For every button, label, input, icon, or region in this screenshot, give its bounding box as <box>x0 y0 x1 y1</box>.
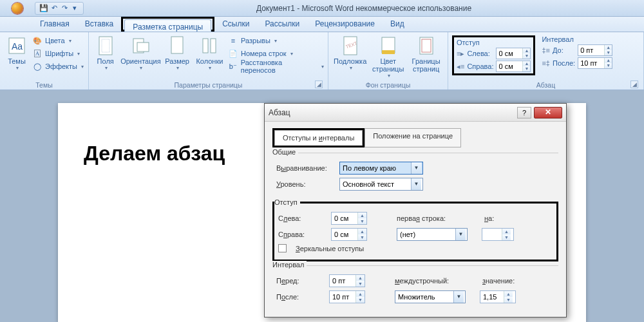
level-combo[interactable]: ▼ <box>339 178 423 191</box>
indent-right-label: Справа: <box>467 62 493 70</box>
tab-page-layout[interactable]: Разметка страницы <box>124 19 211 32</box>
chevron-down-icon[interactable]: ▼ <box>411 162 421 174</box>
theme-colors-button[interactable]: 🎨Цвета▾ <box>32 34 84 47</box>
theme-effects-button[interactable]: ◯Эффекты▾ <box>32 60 84 73</box>
office-orb-icon <box>12 3 23 14</box>
spacing-after-label: После: <box>553 59 575 67</box>
group-label-page-bg: Фон страницы <box>366 80 411 89</box>
columns-button[interactable]: Колонки▾ <box>194 34 225 72</box>
page-borders-button[interactable]: Границы страниц <box>408 34 444 74</box>
legend-general: Общие <box>272 148 298 156</box>
spacing-after-spinner[interactable]: ▲▼ <box>578 57 612 69</box>
svg-rect-6 <box>171 37 183 53</box>
watermark-button[interactable]: TEXTПодложка▾ <box>332 34 368 72</box>
chevron-down-icon[interactable]: ▼ <box>411 178 421 190</box>
dialog-close-button[interactable]: ✕ <box>534 107 562 118</box>
chevron-up-icon[interactable]: ▲ <box>358 213 366 218</box>
hyphenation-button[interactable]: b⁻Расстановка переносов▾ <box>228 60 324 73</box>
svg-rect-5 <box>137 43 149 52</box>
breaks-button[interactable]: ≡Разрывы▾ <box>228 34 324 47</box>
dialog-title: Абзац <box>269 108 517 117</box>
chevron-down-icon[interactable]: ▼ <box>455 229 466 240</box>
save-icon[interactable]: 💾 <box>39 4 48 13</box>
dlg-after-label: После: <box>276 293 324 301</box>
chevron-down-icon[interactable]: ▼ <box>358 234 366 240</box>
spacing-before-icon: ‡≡ <box>542 46 550 54</box>
tab-mailings[interactable]: Рассылки <box>257 17 307 32</box>
chevron-up-icon[interactable]: ▲ <box>605 58 612 63</box>
svg-rect-8 <box>211 39 216 53</box>
chevron-up-icon[interactable]: ▲ <box>523 61 530 66</box>
tab-review[interactable]: Рецензирование <box>307 17 383 32</box>
by-spinner[interactable]: ▲▼ <box>482 228 514 241</box>
first-line-combo[interactable]: ▼ <box>397 228 468 241</box>
group-page-setup: Поля▾ Ориентация▾ Размер▾ Колонки▾ ≡Разр… <box>89 32 328 90</box>
line-numbers-button[interactable]: 📄Номера строк▾ <box>228 47 324 60</box>
chevron-up-icon[interactable]: ▲ <box>356 291 365 297</box>
chevron-down-icon[interactable]: ▼ <box>605 50 612 55</box>
group-label-paragraph: Абзац <box>536 80 555 89</box>
dialog-titlebar[interactable]: Абзац ? ✕ <box>265 104 566 122</box>
indent-left-spinner[interactable]: ▲▼ <box>496 48 531 59</box>
tab-references[interactable]: Ссылки <box>214 17 257 32</box>
at-spinner[interactable]: ▲▼ <box>480 290 516 303</box>
themes-button[interactable]: Aa Темы▾ <box>4 34 30 72</box>
chevron-down-icon[interactable]: ▼ <box>356 297 365 303</box>
line-spacing-label: междустрочный: <box>395 277 459 285</box>
office-button[interactable] <box>3 1 32 15</box>
dlg-indent-right-label: Справа: <box>278 231 326 238</box>
tab-insert[interactable]: Вставка <box>77 17 122 32</box>
spacing-before-spinner[interactable]: ▲▼ <box>578 44 612 56</box>
chevron-down-icon[interactable]: ▼ <box>356 281 365 287</box>
fieldset-general: Общие Выравнивание: ▼ Уровень: ▼ <box>272 153 558 198</box>
chevron-down-icon[interactable]: ▼ <box>523 66 530 71</box>
chevron-up-icon[interactable]: ▲ <box>605 45 612 50</box>
dlg-after-spinner[interactable]: ▲▼ <box>329 290 365 303</box>
by-label: на: <box>484 214 494 222</box>
chevron-up-icon[interactable]: ▲ <box>356 275 365 281</box>
align-combo[interactable]: ▼ <box>339 162 423 175</box>
dialog-tab-indents[interactable]: Отступы и интервалы <box>274 130 363 146</box>
page-setup-launcher[interactable]: ◢ <box>315 80 323 88</box>
undo-icon[interactable]: ↶ <box>50 4 59 13</box>
columns-icon <box>199 35 220 56</box>
dlg-before-spinner[interactable]: ▲▼ <box>329 274 365 287</box>
tab-view[interactable]: Вид <box>383 17 412 32</box>
size-icon <box>167 35 187 56</box>
quick-access-toolbar: 💾 ↶ ↷ ▾ <box>35 2 84 15</box>
line-spacing-combo[interactable]: ▼ <box>395 290 466 303</box>
chevron-down-icon[interactable]: ▼ <box>504 297 513 303</box>
orientation-icon <box>130 35 151 56</box>
paragraph-launcher[interactable]: ◢ <box>630 80 638 88</box>
orientation-button[interactable]: Ориентация▾ <box>120 34 160 72</box>
indent-left-icon: ≡▸ <box>457 50 464 58</box>
redo-icon[interactable]: ↷ <box>60 4 69 13</box>
chevron-down-icon[interactable]: ▼ <box>605 63 612 68</box>
theme-fonts-button[interactable]: AШрифты▾ <box>32 47 84 60</box>
qat-dropdown-icon[interactable]: ▾ <box>70 4 79 13</box>
size-button[interactable]: Размер▾ <box>163 34 191 72</box>
chevron-up-icon[interactable]: ▲ <box>504 291 513 297</box>
chevron-down-icon[interactable]: ▼ <box>523 53 530 59</box>
chevron-up-icon[interactable]: ▲ <box>523 48 530 53</box>
chevron-down-icon[interactable]: ▼ <box>453 291 464 303</box>
tab-home[interactable]: Главная <box>32 17 77 32</box>
dialog-tabs: Отступы и интервалы Положение на страниц… <box>272 128 558 147</box>
indent-right-spinner[interactable]: ▲▼ <box>496 61 531 72</box>
dialog-help-button[interactable]: ? <box>517 107 531 118</box>
mirror-checkbox[interactable] <box>278 244 287 252</box>
chevron-down-icon[interactable]: ▼ <box>358 218 366 224</box>
spacing-after-icon: ≡‡ <box>542 59 550 67</box>
chevron-up-icon[interactable]: ▲ <box>358 229 366 234</box>
dlg-indent-right-spinner[interactable]: ▲▼ <box>331 228 367 241</box>
indent-left-label: Слева: <box>467 50 493 57</box>
effects-icon: ◯ <box>32 61 43 71</box>
dlg-indent-left-spinner[interactable]: ▲▼ <box>331 212 367 225</box>
chevron-up-icon[interactable]: ▲ <box>502 229 511 234</box>
margins-button[interactable]: Поля▾ <box>93 34 118 72</box>
fieldset-indent: Отступ Слева: ▲▼ первая строка: на: Спра… <box>272 202 558 261</box>
margins-icon <box>95 35 116 56</box>
chevron-down-icon[interactable]: ▼ <box>502 234 511 240</box>
dialog-tab-position[interactable]: Положение на странице <box>365 128 461 147</box>
page-color-button[interactable]: Цвет страницы▾ <box>370 34 406 80</box>
